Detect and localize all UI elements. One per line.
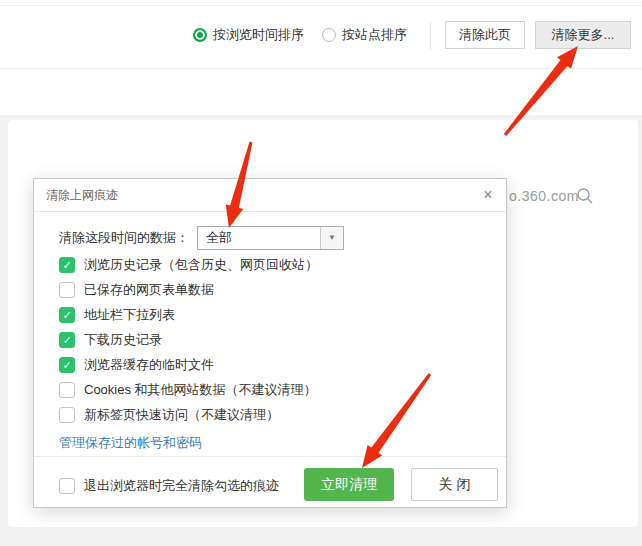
radio-label: 按浏览时间排序	[213, 26, 304, 44]
exit-clear-checkbox-row[interactable]: 退出浏览器时完全清除勾选的痕迹	[59, 477, 279, 495]
top-divider-line	[0, 5, 642, 6]
time-range-label: 清除这段时间的数据：	[59, 229, 189, 247]
clear-item-row[interactable]: Cookies 和其他网站数据（不建议清理）	[59, 377, 486, 402]
checkbox	[59, 282, 75, 298]
checkbox-label: Cookies 和其他网站数据（不建议清理）	[84, 381, 317, 399]
checkbox-label: 已保存的网页表单数据	[84, 281, 214, 299]
dialog-title: 清除上网痕迹	[34, 179, 506, 211]
radio-sort-by-time[interactable]: 按浏览时间排序	[193, 22, 304, 48]
time-range-row: 清除这段时间的数据： 全部 ▼	[59, 226, 486, 250]
toolbar-divider	[430, 23, 431, 49]
clear-traces-dialog: 清除上网痕迹 × 清除这段时间的数据： 全部 ▼ ✓ 浏览历史记录（包含历史、网…	[33, 178, 507, 508]
checkbox	[59, 407, 75, 423]
checkbox-label: 地址栏下拉列表	[84, 306, 175, 324]
checkbox	[59, 478, 75, 494]
checkbox-label: 下载历史记录	[84, 331, 162, 349]
chevron-down-icon[interactable]: ▼	[320, 227, 343, 249]
dialog-body: 清除这段时间的数据： 全部 ▼ ✓ 浏览历史记录（包含历史、网页回收站） 已保存…	[59, 212, 486, 452]
clear-items-list: ✓ 浏览历史记录（包含历史、网页回收站） 已保存的网页表单数据 ✓ 地址栏下拉列…	[59, 252, 486, 427]
checkbox: ✓	[59, 257, 75, 273]
checkbox: ✓	[59, 307, 75, 323]
checkbox-label: 新标签页快速访问（不建议清理）	[84, 406, 279, 424]
clear-item-row[interactable]: ✓ 地址栏下拉列表	[59, 302, 486, 327]
clear-more-button[interactable]: 清除更多...	[535, 21, 631, 49]
checkbox: ✓	[59, 332, 75, 348]
radio-sort-by-site[interactable]: 按站点排序	[322, 22, 407, 48]
checkbox-label: 浏览器缓存的临时文件	[84, 356, 214, 374]
close-icon[interactable]: ×	[479, 186, 497, 204]
time-range-select[interactable]: 全部 ▼	[197, 226, 344, 250]
background-url-text: o.360.com	[509, 188, 579, 204]
clean-now-button[interactable]: 立即清理	[304, 468, 394, 501]
footer-divider	[34, 456, 506, 457]
header-divider-line	[0, 68, 642, 69]
dialog-title-bar: 清除上网痕迹 ×	[34, 179, 506, 212]
radio-icon	[322, 28, 336, 42]
clear-item-row[interactable]: ✓ 浏览历史记录（包含历史、网页回收站）	[59, 252, 486, 277]
clear-item-row[interactable]: 已保存的网页表单数据	[59, 277, 486, 302]
close-dialog-button[interactable]: 关 闭	[411, 468, 498, 501]
time-range-selected-value: 全部	[198, 227, 320, 249]
clear-item-row[interactable]: ✓ 下载历史记录	[59, 327, 486, 352]
checkbox-label: 退出浏览器时完全清除勾选的痕迹	[84, 477, 279, 495]
radio-icon	[193, 28, 207, 42]
search-icon[interactable]	[576, 187, 594, 205]
checkbox	[59, 382, 75, 398]
radio-label: 按站点排序	[342, 26, 407, 44]
manage-passwords-link[interactable]: 管理保存过的帐号和密码	[59, 434, 202, 452]
checkbox: ✓	[59, 357, 75, 373]
history-toolbar: 按浏览时间排序 按站点排序 清除此页 清除更多...	[0, 0, 642, 68]
checkbox-label: 浏览历史记录（包含历史、网页回收站）	[84, 256, 318, 274]
clear-item-row[interactable]: ✓ 浏览器缓存的临时文件	[59, 352, 486, 377]
clear-this-page-button[interactable]: 清除此页	[445, 21, 525, 49]
clear-item-row[interactable]: 新标签页快速访问（不建议清理）	[59, 402, 486, 427]
